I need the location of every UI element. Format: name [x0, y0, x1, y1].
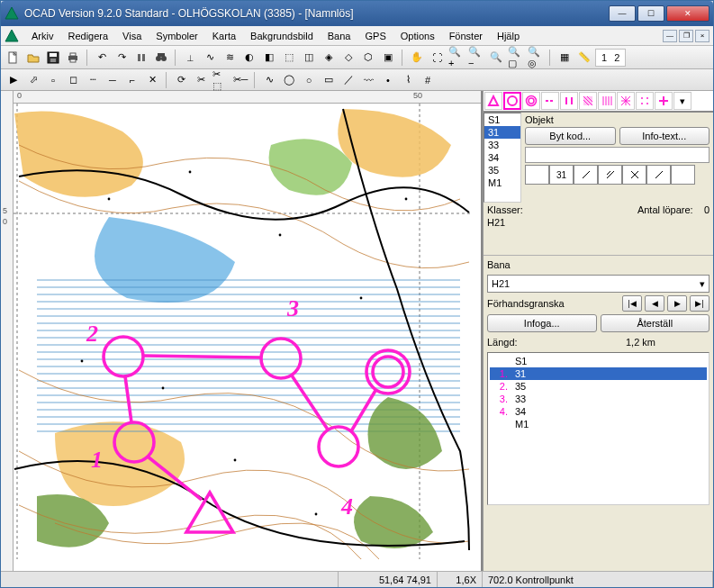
sym-marked-route-icon[interactable] [541, 92, 559, 110]
undo-icon[interactable]: ↶ [93, 49, 111, 67]
view-extent-icon[interactable]: ⛶ [428, 49, 446, 67]
infoga-button[interactable]: Infoga... [487, 314, 597, 332]
sym-oob-hatch-icon[interactable] [598, 92, 616, 110]
menu-options[interactable]: Options [393, 29, 442, 43]
desc-cell[interactable] [646, 165, 671, 185]
sym-dropdown-icon[interactable]: ▾ [673, 92, 691, 110]
nav-last-icon[interactable]: ▶| [690, 295, 709, 312]
edit-vertex-icon[interactable]: ◻ [64, 71, 82, 89]
desc-cell[interactable] [598, 165, 622, 185]
rotate-icon[interactable]: ⟳ [172, 71, 190, 89]
byt-kod-button[interactable]: Byt kod... [525, 127, 616, 145]
desc-cell[interactable] [622, 165, 646, 185]
tool-b-icon[interactable]: ∿ [201, 49, 219, 67]
tool-f-icon[interactable]: ⬚ [280, 49, 298, 67]
sym-crossing-icon[interactable] [560, 92, 578, 110]
grid-icon[interactable]: ▦ [556, 49, 574, 67]
info-text-button[interactable]: Info-text... [619, 127, 710, 145]
code-item[interactable]: 33 [484, 139, 520, 151]
draw-num-icon[interactable]: # [419, 71, 437, 89]
nav-first-icon[interactable]: |◀ [622, 295, 642, 312]
tool-h-icon[interactable]: ◈ [320, 49, 338, 67]
maximize-button[interactable]: ☐ [637, 5, 664, 22]
zoom-prev-icon[interactable]: 🔍 [487, 49, 505, 67]
tool-e-icon[interactable]: ◧ [260, 49, 278, 67]
sym-dotgrid-icon[interactable] [636, 92, 654, 110]
save-file-icon[interactable] [44, 49, 62, 67]
code-item[interactable]: M1 [484, 176, 520, 189]
sym-oob-cross-icon[interactable] [617, 92, 635, 110]
edit-segment-icon[interactable]: ─ [104, 71, 122, 89]
draw-rect-icon[interactable]: ▭ [320, 71, 338, 89]
select-arrow-icon[interactable]: ▶ [5, 71, 23, 89]
tool-g-icon[interactable]: ◫ [300, 49, 318, 67]
minimize-button[interactable]: — [609, 5, 636, 22]
draw-ellipse-icon[interactable]: ◯ [280, 71, 298, 89]
tool-a-icon[interactable]: ⟂ [181, 49, 199, 67]
zoom-out-icon[interactable]: 🔍− [467, 49, 485, 67]
cut-area-icon[interactable]: ✂⬚ [212, 71, 230, 89]
edit-delete-icon[interactable]: ✕ [143, 71, 161, 89]
redo-icon[interactable]: ↷ [113, 49, 131, 67]
open-file-icon[interactable] [24, 49, 42, 67]
menu-bakgrundsbild[interactable]: Bakgrundsbild [243, 29, 321, 43]
menu-arkiv[interactable]: Arkiv [24, 29, 60, 43]
desc-cell-code[interactable]: 31 [549, 165, 574, 185]
cut-line-icon[interactable]: ✂─ [231, 71, 249, 89]
aterstall-button[interactable]: Återställ [601, 314, 710, 332]
draw-line-icon[interactable]: ／ [339, 71, 357, 89]
tool-k-icon[interactable]: ▣ [379, 49, 397, 67]
draw-freehand-icon[interactable]: 〰 [359, 71, 377, 89]
desc-cell[interactable] [525, 165, 549, 185]
desc-cell[interactable] [671, 165, 695, 185]
code-item[interactable]: 35 [484, 164, 520, 176]
code-item[interactable]: 31 [484, 126, 520, 139]
menu-symboler[interactable]: Symboler [149, 29, 204, 43]
tool-i-icon[interactable]: ◇ [339, 49, 357, 67]
print-icon[interactable] [64, 49, 82, 67]
menu-hjalp[interactable]: Hjälp [490, 29, 527, 43]
sym-control-circle-icon[interactable] [503, 92, 521, 110]
zoom-obj-icon[interactable]: 🔍◎ [527, 49, 545, 67]
measure-icon[interactable]: 📏 [575, 49, 593, 67]
draw-curve-icon[interactable]: ∿ [260, 71, 278, 89]
menu-gps[interactable]: GPS [357, 29, 393, 43]
mdi-minimize-button[interactable]: — [663, 30, 677, 42]
pan-icon[interactable]: ✋ [408, 49, 426, 67]
nav-next-icon[interactable]: ▶ [667, 295, 687, 312]
map-pane[interactable]: 0 50 5 0 [1, 91, 483, 571]
code-item[interactable]: S1 [484, 113, 520, 126]
code-item[interactable]: 34 [484, 151, 520, 164]
sym-start-triangle-icon[interactable] [484, 92, 502, 110]
tool-j-icon[interactable]: ⬡ [359, 49, 377, 67]
bana-select[interactable]: H21 ▾ [487, 275, 709, 293]
binoculars-icon[interactable] [152, 49, 170, 67]
select-cursor-icon[interactable]: ⬀ [24, 71, 42, 89]
object-text-input[interactable] [525, 147, 709, 163]
tool-d-icon[interactable]: ◐ [240, 49, 258, 67]
cut-icon[interactable]: ✂ [192, 71, 210, 89]
sym-finish-circle-icon[interactable] [522, 92, 540, 110]
course-control-list[interactable]: S1 1.31 2.35 3.33 4.34 M1 [487, 352, 709, 505]
menu-redigera[interactable]: Redigera [60, 29, 115, 43]
sym-forbidden-area-icon[interactable] [579, 92, 597, 110]
mdi-restore-button[interactable]: ❐ [679, 30, 693, 42]
new-file-icon[interactable] [5, 49, 23, 67]
menu-visa[interactable]: Visa [115, 29, 149, 43]
tool-c-icon[interactable]: ≋ [221, 49, 239, 67]
zoom-in-icon[interactable]: 🔍+ [447, 49, 465, 67]
draw-bezier-icon[interactable]: ⌇ [399, 71, 417, 89]
zoom-sel-icon[interactable]: 🔍▢ [507, 49, 525, 67]
edit-corner-icon[interactable]: ⌐ [123, 71, 141, 89]
close-button[interactable]: ✕ [666, 5, 709, 22]
draw-point-icon[interactable]: • [379, 71, 397, 89]
control-code-list[interactable]: S1 31 33 34 35 M1 [484, 113, 521, 203]
menu-bana[interactable]: Bana [321, 29, 358, 43]
manual-icon[interactable] [132, 49, 150, 67]
draw-circle-icon[interactable]: ○ [300, 71, 318, 89]
edit-dash-icon[interactable]: ┄ [84, 71, 102, 89]
nav-prev-icon[interactable]: ◀ [645, 295, 664, 312]
menu-fonster[interactable]: Fönster [442, 29, 490, 43]
mdi-close-button[interactable]: × [695, 30, 709, 42]
menu-karta[interactable]: Karta [205, 29, 243, 43]
